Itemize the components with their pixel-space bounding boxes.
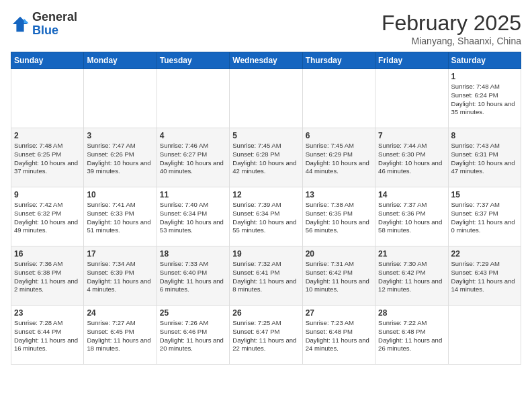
day-number: 12 bbox=[232, 190, 299, 199]
weekday-header: Sunday bbox=[11, 52, 84, 69]
day-number: 2 bbox=[14, 131, 81, 140]
calendar-cell bbox=[302, 69, 375, 128]
day-number: 14 bbox=[378, 190, 445, 199]
calendar-cell: 5Sunrise: 7:45 AM Sunset: 6:28 PM Daylig… bbox=[230, 128, 302, 187]
day-info: Sunrise: 7:41 AM Sunset: 6:33 PM Dayligh… bbox=[87, 201, 153, 235]
day-number: 23 bbox=[14, 308, 81, 318]
calendar-cell: 8Sunrise: 7:43 AM Sunset: 6:31 PM Daylig… bbox=[448, 128, 521, 187]
day-number: 5 bbox=[232, 131, 299, 140]
day-info: Sunrise: 7:44 AM Sunset: 6:30 PM Dayligh… bbox=[378, 142, 445, 176]
calendar-cell: 19Sunrise: 7:32 AM Sunset: 6:41 PM Dayli… bbox=[230, 246, 302, 306]
logo: General Blue bbox=[11, 11, 77, 38]
logo-blue-text: Blue bbox=[32, 24, 58, 37]
calendar-cell: 21Sunrise: 7:30 AM Sunset: 6:42 PM Dayli… bbox=[375, 246, 448, 306]
day-number: 7 bbox=[378, 131, 445, 140]
day-info: Sunrise: 7:26 AM Sunset: 6:46 PM Dayligh… bbox=[160, 319, 226, 353]
day-info: Sunrise: 7:27 AM Sunset: 6:45 PM Dayligh… bbox=[87, 319, 153, 353]
calendar-cell bbox=[84, 69, 157, 128]
day-info: Sunrise: 7:36 AM Sunset: 6:38 PM Dayligh… bbox=[14, 260, 81, 294]
calendar-week-row: 9Sunrise: 7:42 AM Sunset: 6:32 PM Daylig… bbox=[11, 187, 521, 246]
svg-marker-0 bbox=[13, 17, 28, 32]
day-info: Sunrise: 7:40 AM Sunset: 6:34 PM Dayligh… bbox=[160, 201, 226, 235]
logo-icon bbox=[11, 15, 30, 34]
calendar-cell: 2Sunrise: 7:48 AM Sunset: 6:25 PM Daylig… bbox=[11, 128, 84, 187]
day-number: 27 bbox=[306, 308, 372, 318]
day-info: Sunrise: 7:33 AM Sunset: 6:40 PM Dayligh… bbox=[160, 260, 226, 294]
svg-marker-1 bbox=[24, 18, 29, 23]
title-block: February 2025 Mianyang, Shaanxi, China bbox=[382, 11, 521, 46]
day-info: Sunrise: 7:25 AM Sunset: 6:47 PM Dayligh… bbox=[232, 319, 299, 353]
page-header: General Blue February 2025 Mianyang, Sha… bbox=[11, 11, 521, 46]
calendar-cell bbox=[157, 69, 229, 128]
calendar-cell: 15Sunrise: 7:37 AM Sunset: 6:37 PM Dayli… bbox=[448, 187, 521, 246]
calendar-cell bbox=[375, 69, 448, 128]
weekday-header: Friday bbox=[375, 52, 448, 69]
calendar-cell: 24Sunrise: 7:27 AM Sunset: 6:45 PM Dayli… bbox=[84, 306, 157, 365]
calendar-cell: 11Sunrise: 7:40 AM Sunset: 6:34 PM Dayli… bbox=[157, 187, 229, 246]
day-number: 3 bbox=[87, 131, 153, 140]
day-number: 11 bbox=[160, 190, 226, 199]
weekday-header: Thursday bbox=[302, 52, 375, 69]
calendar-cell: 20Sunrise: 7:31 AM Sunset: 6:42 PM Dayli… bbox=[302, 246, 375, 306]
calendar-cell: 4Sunrise: 7:46 AM Sunset: 6:27 PM Daylig… bbox=[157, 128, 229, 187]
day-info: Sunrise: 7:34 AM Sunset: 6:39 PM Dayligh… bbox=[87, 260, 153, 294]
calendar-week-row: 16Sunrise: 7:36 AM Sunset: 6:38 PM Dayli… bbox=[11, 246, 521, 306]
calendar-cell: 13Sunrise: 7:38 AM Sunset: 6:35 PM Dayli… bbox=[302, 187, 375, 246]
day-info: Sunrise: 7:23 AM Sunset: 6:48 PM Dayligh… bbox=[306, 319, 372, 353]
calendar-cell bbox=[11, 69, 84, 128]
day-number: 24 bbox=[87, 308, 153, 318]
calendar-cell: 23Sunrise: 7:28 AM Sunset: 6:44 PM Dayli… bbox=[11, 306, 84, 365]
calendar-cell: 14Sunrise: 7:37 AM Sunset: 6:36 PM Dayli… bbox=[375, 187, 448, 246]
calendar-cell: 25Sunrise: 7:26 AM Sunset: 6:46 PM Dayli… bbox=[157, 306, 229, 365]
calendar-cell: 12Sunrise: 7:39 AM Sunset: 6:34 PM Dayli… bbox=[230, 187, 302, 246]
day-info: Sunrise: 7:39 AM Sunset: 6:34 PM Dayligh… bbox=[232, 201, 299, 235]
weekday-header: Wednesday bbox=[230, 52, 302, 69]
day-info: Sunrise: 7:22 AM Sunset: 6:48 PM Dayligh… bbox=[378, 319, 445, 353]
day-number: 9 bbox=[14, 190, 81, 199]
calendar-table: SundayMondayTuesdayWednesdayThursdayFrid… bbox=[11, 52, 521, 365]
logo-general-text: General bbox=[32, 10, 77, 24]
day-info: Sunrise: 7:45 AM Sunset: 6:28 PM Dayligh… bbox=[232, 142, 299, 176]
calendar-week-row: 23Sunrise: 7:28 AM Sunset: 6:44 PM Dayli… bbox=[11, 306, 521, 365]
day-number: 19 bbox=[232, 249, 299, 259]
day-number: 6 bbox=[306, 131, 372, 140]
calendar-cell: 18Sunrise: 7:33 AM Sunset: 6:40 PM Dayli… bbox=[157, 246, 229, 306]
calendar-cell: 9Sunrise: 7:42 AM Sunset: 6:32 PM Daylig… bbox=[11, 187, 84, 246]
day-number: 15 bbox=[451, 190, 518, 199]
day-info: Sunrise: 7:31 AM Sunset: 6:42 PM Dayligh… bbox=[306, 260, 372, 294]
calendar-cell: 26Sunrise: 7:25 AM Sunset: 6:47 PM Dayli… bbox=[230, 306, 302, 365]
day-number: 4 bbox=[160, 131, 226, 140]
day-number: 17 bbox=[87, 249, 153, 259]
calendar-cell bbox=[230, 69, 302, 128]
day-number: 20 bbox=[306, 249, 372, 259]
weekday-header-row: SundayMondayTuesdayWednesdayThursdayFrid… bbox=[11, 52, 521, 69]
day-number: 22 bbox=[451, 249, 518, 259]
day-info: Sunrise: 7:30 AM Sunset: 6:42 PM Dayligh… bbox=[378, 260, 445, 294]
calendar-cell: 27Sunrise: 7:23 AM Sunset: 6:48 PM Dayli… bbox=[302, 306, 375, 365]
calendar-cell: 22Sunrise: 7:29 AM Sunset: 6:43 PM Dayli… bbox=[448, 246, 521, 306]
weekday-header: Saturday bbox=[448, 52, 521, 69]
day-info: Sunrise: 7:42 AM Sunset: 6:32 PM Dayligh… bbox=[14, 201, 81, 235]
day-info: Sunrise: 7:43 AM Sunset: 6:31 PM Dayligh… bbox=[451, 142, 518, 176]
calendar-subtitle: Mianyang, Shaanxi, China bbox=[382, 36, 521, 46]
calendar-cell: 17Sunrise: 7:34 AM Sunset: 6:39 PM Dayli… bbox=[84, 246, 157, 306]
calendar-cell: 1Sunrise: 7:48 AM Sunset: 6:24 PM Daylig… bbox=[448, 69, 521, 128]
day-number: 26 bbox=[232, 308, 299, 318]
day-number: 21 bbox=[378, 249, 445, 259]
calendar-cell: 7Sunrise: 7:44 AM Sunset: 6:30 PM Daylig… bbox=[375, 128, 448, 187]
day-number: 18 bbox=[160, 249, 226, 259]
day-number: 13 bbox=[306, 190, 372, 199]
calendar-week-row: 2Sunrise: 7:48 AM Sunset: 6:25 PM Daylig… bbox=[11, 128, 521, 187]
day-info: Sunrise: 7:38 AM Sunset: 6:35 PM Dayligh… bbox=[306, 201, 372, 235]
calendar-week-row: 1Sunrise: 7:48 AM Sunset: 6:24 PM Daylig… bbox=[11, 69, 521, 128]
day-number: 10 bbox=[87, 190, 153, 199]
day-number: 1 bbox=[451, 72, 518, 81]
calendar-title: February 2025 bbox=[382, 11, 521, 36]
calendar-cell: 3Sunrise: 7:47 AM Sunset: 6:26 PM Daylig… bbox=[84, 128, 157, 187]
day-info: Sunrise: 7:28 AM Sunset: 6:44 PM Dayligh… bbox=[14, 319, 81, 353]
weekday-header: Tuesday bbox=[157, 52, 229, 69]
weekday-header: Monday bbox=[84, 52, 157, 69]
day-info: Sunrise: 7:46 AM Sunset: 6:27 PM Dayligh… bbox=[160, 142, 226, 176]
day-info: Sunrise: 7:37 AM Sunset: 6:37 PM Dayligh… bbox=[451, 201, 518, 235]
calendar-cell: 28Sunrise: 7:22 AM Sunset: 6:48 PM Dayli… bbox=[375, 306, 448, 365]
